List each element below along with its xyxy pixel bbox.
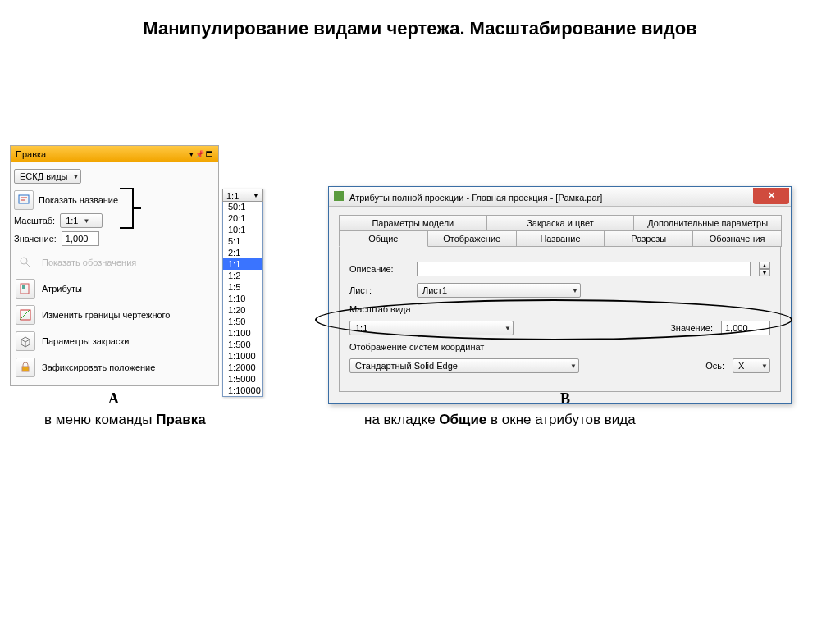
chevron-down-icon: ▼ bbox=[570, 362, 577, 370]
chevron-down-icon: ▼ bbox=[504, 325, 511, 332]
edit-panel-header[interactable]: Правка ▾ 📌 🗖 bbox=[11, 146, 218, 162]
scale-option[interactable]: 1:50 bbox=[223, 316, 262, 327]
dialog-titlebar[interactable]: Атрибуты полной проекции - Главная проек… bbox=[329, 187, 791, 207]
axis-dropdown[interactable]: X ▼ bbox=[733, 358, 770, 373]
caption-a-bold: Правка bbox=[156, 412, 205, 427]
page-title: Манипулирование видами чертежа. Масштаби… bbox=[0, 0, 840, 39]
title-icon bbox=[17, 194, 30, 207]
sheet-dropdown-value: Лист1 bbox=[422, 285, 447, 295]
show-name-label: Показать название bbox=[39, 195, 118, 205]
cube-icon bbox=[19, 335, 32, 348]
panel-pin-icon[interactable]: 📌 bbox=[195, 146, 204, 162]
show-name-icon[interactable] bbox=[14, 190, 34, 210]
coord-system-dropdown[interactable]: Стандартный Solid Edge ▼ bbox=[349, 358, 579, 373]
chevron-down-icon: ▼ bbox=[253, 189, 259, 201]
svg-line-11 bbox=[25, 340, 30, 342]
tab[interactable]: Дополнительные параметры bbox=[633, 215, 782, 231]
svg-line-8 bbox=[20, 309, 30, 320]
scale-option[interactable]: 1:5 bbox=[223, 281, 262, 293]
svg-rect-6 bbox=[22, 285, 25, 289]
scale-popup[interactable]: 1:1 ▼ 50:120:110:15:12:11:11:21:51:101:2… bbox=[222, 189, 263, 397]
svg-point-3 bbox=[21, 258, 27, 264]
tab[interactable]: Закраска и цвет bbox=[486, 215, 635, 231]
tab[interactable]: Обозначения bbox=[692, 230, 782, 247]
scale-option[interactable]: 1:1 bbox=[223, 258, 262, 270]
value-input[interactable] bbox=[62, 231, 99, 246]
tab[interactable]: Разрезы bbox=[604, 230, 693, 247]
axis-value: X bbox=[738, 361, 744, 371]
eskd-dropdown-label: ЕСКД виды bbox=[20, 171, 68, 181]
shading-params-label[interactable]: Параметры закраски bbox=[42, 336, 129, 346]
lock-position-icon[interactable] bbox=[16, 358, 35, 377]
scale-dropdown[interactable]: 1:1 ▼ bbox=[60, 213, 103, 228]
spin-up-icon[interactable]: ▲ bbox=[759, 262, 770, 269]
coord-system-value: Стандартный Solid Edge bbox=[355, 361, 458, 371]
scale-option[interactable]: 1:10000 bbox=[223, 385, 262, 396]
scale-option[interactable]: 50:1 bbox=[223, 201, 262, 212]
scale-group-label: Масштаб вида bbox=[349, 304, 770, 314]
scale-popup-header[interactable]: 1:1 ▼ bbox=[222, 189, 263, 202]
axis-label: Ось: bbox=[705, 361, 724, 371]
shading-params-icon[interactable] bbox=[16, 331, 35, 351]
caption-text-b: на вкладке Общие в окне атрибутов вида bbox=[364, 412, 636, 428]
scale-option[interactable]: 1:20 bbox=[223, 304, 262, 316]
scale-option[interactable]: 1:2 bbox=[223, 270, 262, 281]
dialog-value-label: Значение: bbox=[670, 323, 713, 333]
scale-label: Масштаб: bbox=[14, 216, 55, 226]
tab-panel-general: Описание: ▲ ▼ Лист: Лист1 ▼ Масштаб вида… bbox=[339, 246, 781, 392]
edit-panel-title: Правка bbox=[16, 146, 46, 162]
scale-option[interactable]: 20:1 bbox=[223, 212, 262, 224]
tab[interactable]: Параметры модели bbox=[339, 215, 487, 231]
coord-group-label: Отображение систем координат bbox=[349, 342, 770, 352]
caption-letter-b: В bbox=[560, 390, 570, 408]
attributes-label[interactable]: Атрибуты bbox=[42, 284, 82, 294]
dialog-value-input[interactable] bbox=[721, 321, 770, 335]
svg-rect-13 bbox=[22, 367, 29, 371]
scale-option[interactable]: 1:500 bbox=[223, 339, 262, 350]
scale-option[interactable]: 2:1 bbox=[223, 247, 262, 258]
change-bounds-label[interactable]: Изменить границы чертежного bbox=[42, 310, 170, 320]
properties-icon bbox=[19, 282, 32, 295]
attributes-icon[interactable] bbox=[16, 279, 35, 299]
sheet-label: Лист: bbox=[349, 285, 409, 295]
chevron-down-icon: ▼ bbox=[761, 362, 768, 370]
view-scale-dropdown[interactable]: 1:1 ▼ bbox=[349, 321, 514, 335]
scale-option[interactable]: 1:10 bbox=[223, 293, 262, 304]
eskd-dropdown[interactable]: ЕСКД виды ▼ bbox=[14, 169, 81, 184]
scale-option[interactable]: 1:1000 bbox=[223, 350, 262, 362]
scale-option[interactable]: 10:1 bbox=[223, 224, 262, 235]
scale-option[interactable]: 5:1 bbox=[223, 235, 262, 247]
caption-b-bold: Общие bbox=[439, 412, 486, 427]
caption-text-a: в меню команды Правка bbox=[44, 412, 206, 428]
bounds-icon bbox=[19, 308, 32, 321]
chevron-down-icon: ▼ bbox=[572, 287, 578, 294]
tab[interactable]: Название bbox=[516, 230, 605, 247]
lock-position-label[interactable]: Зафиксировать положение bbox=[42, 362, 155, 372]
svg-line-4 bbox=[26, 263, 30, 267]
edit-panel: Правка ▾ 📌 🗖 ЕСКД виды ▼ Показать назван… bbox=[10, 145, 219, 386]
description-input[interactable] bbox=[417, 262, 751, 276]
sheet-dropdown[interactable]: Лист1 ▼ bbox=[417, 283, 581, 298]
show-symbols-icon bbox=[16, 253, 35, 272]
panel-close-icon[interactable]: 🗖 bbox=[206, 146, 213, 162]
close-icon: ✕ bbox=[768, 190, 775, 201]
svg-rect-0 bbox=[19, 195, 29, 203]
close-button[interactable]: ✕ bbox=[753, 188, 789, 204]
panel-dropdown-icon[interactable]: ▾ bbox=[189, 146, 194, 162]
show-symbols-label: Показать обозначения bbox=[42, 258, 136, 267]
svg-line-10 bbox=[21, 340, 25, 342]
scale-option[interactable]: 1:2000 bbox=[223, 362, 262, 373]
scale-option[interactable]: 1:5000 bbox=[223, 373, 262, 385]
view-scale-value: 1:1 bbox=[355, 323, 368, 333]
caption-b-pre: на вкладке bbox=[364, 412, 439, 427]
magnifier-icon bbox=[19, 256, 32, 269]
tab[interactable]: Отображение bbox=[427, 230, 517, 247]
svg-rect-7 bbox=[21, 310, 30, 320]
caption-letter-a: А bbox=[108, 390, 119, 408]
value-label: Значение: bbox=[14, 234, 57, 244]
change-bounds-icon[interactable] bbox=[16, 305, 35, 325]
caption-a-pre: в меню команды bbox=[44, 412, 156, 427]
spin-down-icon[interactable]: ▼ bbox=[759, 269, 770, 276]
scale-option[interactable]: 1:100 bbox=[223, 327, 262, 339]
tab[interactable]: Общие bbox=[339, 230, 428, 247]
